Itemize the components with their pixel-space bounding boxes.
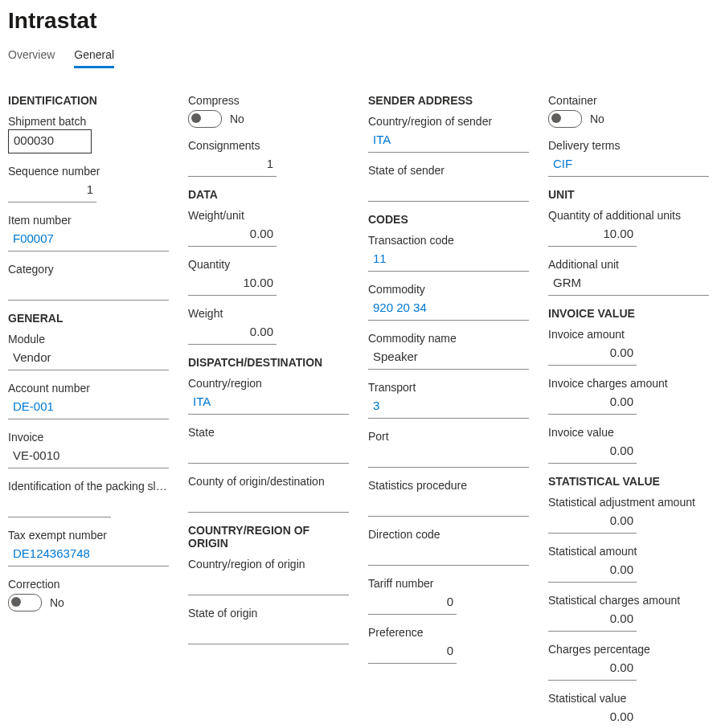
commodity-name-label: Commodity name	[368, 332, 529, 345]
dispatch-country-input[interactable]: ITA	[188, 391, 349, 415]
packing-slip-label: Identification of the packing slip ...	[8, 480, 169, 493]
packing-slip-input[interactable]	[8, 494, 111, 517]
module-input[interactable]: Vendor	[8, 347, 169, 370]
direction-code-input[interactable]	[368, 542, 529, 566]
section-unit: UNIT	[548, 188, 709, 201]
section-invoice-value: INVOICE VALUE	[548, 307, 709, 320]
section-statistical-value: STATISTICAL VALUE	[548, 475, 709, 488]
correction-label: Correction	[8, 578, 169, 591]
weight-label: Weight	[188, 307, 349, 320]
additional-unit-label: Additional unit	[548, 258, 709, 271]
compress-value: No	[230, 112, 244, 125]
statistics-procedure-input[interactable]	[368, 493, 529, 517]
item-number-input[interactable]: F00007	[8, 228, 169, 252]
dispatch-state-input[interactable]	[188, 440, 349, 464]
dispatch-state-label: State	[188, 426, 349, 439]
stat-adjustment-input[interactable]: 0.00	[548, 510, 637, 534]
port-label: Port	[368, 430, 529, 443]
section-identification: IDENTIFICATION	[8, 94, 169, 107]
dispatch-county-label: County of origin/destination	[188, 475, 349, 488]
dispatch-county-input[interactable]	[188, 489, 349, 513]
port-input[interactable]	[368, 444, 529, 468]
commodity-input[interactable]: 920 20 34	[368, 297, 529, 321]
section-dispatch: DISPATCH/DESTINATION	[188, 356, 349, 369]
charges-percentage-input[interactable]: 0.00	[548, 657, 637, 681]
sender-country-label: Country/region of sender	[368, 115, 529, 128]
invoice-input[interactable]: VE-0010	[8, 445, 169, 468]
correction-value: No	[50, 596, 64, 609]
sender-state-input[interactable]	[368, 178, 529, 202]
quantity-label: Quantity	[188, 258, 349, 271]
section-country-origin: COUNTRY/REGION OF ORIGIN	[188, 524, 349, 550]
sequence-number-input[interactable]: 1	[8, 179, 96, 202]
stat-adjustment-label: Statistical adjustment amount	[548, 496, 709, 509]
quantity-input[interactable]: 10.00	[188, 272, 277, 296]
sender-country-input[interactable]: ITA	[368, 129, 529, 153]
stat-value-input[interactable]: 0.00	[548, 706, 637, 728]
commodity-label: Commodity	[368, 283, 529, 296]
tax-exempt-input[interactable]: DE124363748	[8, 543, 169, 566]
section-data: DATA	[188, 188, 349, 201]
consignments-label: Consignments	[188, 139, 349, 152]
weight-unit-label: Weight/unit	[188, 209, 349, 222]
invoice-charges-input[interactable]: 0.00	[548, 391, 637, 415]
transport-input[interactable]: 3	[368, 395, 529, 419]
module-label: Module	[8, 333, 169, 346]
direction-code-label: Direction code	[368, 528, 529, 541]
origin-state-label: State of origin	[188, 607, 349, 620]
section-general: GENERAL	[8, 312, 169, 325]
shipment-batch-input[interactable]: 000030	[8, 129, 92, 153]
preference-input[interactable]: 0	[368, 640, 457, 664]
charges-percentage-label: Charges percentage	[548, 643, 709, 656]
transaction-code-label: Transaction code	[368, 234, 529, 247]
consignments-input[interactable]: 1	[188, 153, 277, 177]
tax-exempt-label: Tax exempt number	[8, 529, 169, 542]
category-input[interactable]	[8, 277, 169, 301]
delivery-terms-label: Delivery terms	[548, 139, 709, 152]
stat-charges-input[interactable]: 0.00	[548, 608, 637, 632]
invoice-amount-input[interactable]: 0.00	[548, 342, 637, 366]
transaction-code-input[interactable]: 11	[368, 248, 529, 272]
account-number-input[interactable]: DE-001	[8, 396, 169, 419]
compress-toggle[interactable]	[188, 110, 222, 128]
invoice-charges-label: Invoice charges amount	[548, 377, 709, 390]
section-codes: CODES	[368, 213, 529, 226]
delivery-terms-input[interactable]: CIF	[548, 153, 709, 177]
page-title: Intrastat	[8, 8, 709, 34]
origin-country-input[interactable]	[188, 572, 349, 595]
compress-label: Compress	[188, 94, 349, 107]
qty-additional-label: Quantity of additional units	[548, 209, 709, 222]
origin-country-label: Country/region of origin	[188, 558, 349, 571]
stat-charges-label: Statistical charges amount	[548, 594, 709, 607]
invoice-value-input[interactable]: 0.00	[548, 440, 637, 464]
tariff-number-input[interactable]: 0	[368, 591, 457, 615]
stat-amount-label: Statistical amount	[548, 545, 709, 558]
statistics-procedure-label: Statistics procedure	[368, 479, 529, 492]
category-label: Category	[8, 263, 169, 276]
container-label: Container	[548, 94, 709, 107]
sender-state-label: State of sender	[368, 164, 529, 177]
preference-label: Preference	[368, 626, 529, 639]
item-number-label: Item number	[8, 214, 169, 227]
tab-overview[interactable]: Overview	[8, 43, 55, 68]
correction-toggle[interactable]	[8, 594, 42, 611]
dispatch-country-label: Country/region	[188, 377, 349, 390]
invoice-label: Invoice	[8, 431, 169, 444]
weight-unit-input[interactable]: 0.00	[188, 223, 277, 247]
tabs: Overview General	[8, 43, 709, 68]
tariff-number-label: Tariff number	[368, 577, 529, 590]
stat-amount-input[interactable]: 0.00	[548, 559, 637, 583]
additional-unit-input[interactable]: GRM	[548, 272, 709, 296]
invoice-value-label: Invoice value	[548, 426, 709, 439]
commodity-name-input[interactable]: Speaker	[368, 346, 529, 370]
stat-value-label: Statistical value	[548, 692, 709, 705]
container-toggle[interactable]	[548, 110, 582, 128]
container-value: No	[590, 112, 604, 125]
invoice-amount-label: Invoice amount	[548, 328, 709, 341]
qty-additional-input[interactable]: 10.00	[548, 223, 637, 247]
sequence-number-label: Sequence number	[8, 165, 169, 178]
transport-label: Transport	[368, 381, 529, 394]
origin-state-input[interactable]	[188, 621, 349, 644]
tab-general[interactable]: General	[74, 43, 114, 68]
weight-input[interactable]: 0.00	[188, 321, 277, 345]
